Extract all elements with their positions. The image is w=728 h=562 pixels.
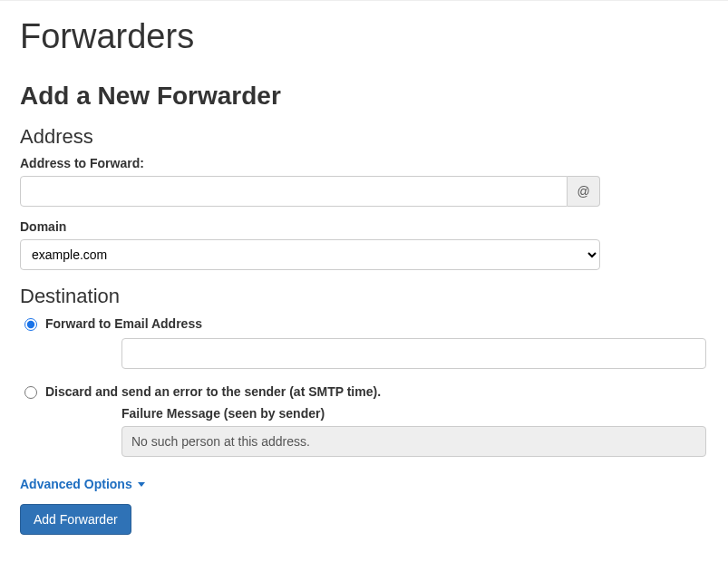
address-to-forward-label: Address to Forward: [20, 156, 708, 170]
discard-radio-label: Discard and send an error to the sender … [45, 384, 381, 399]
section-title: Add a New Forwarder [20, 82, 708, 111]
address-heading: Address [20, 125, 708, 149]
domain-label: Domain [20, 219, 708, 234]
forward-radio-label: Forward to Email Address [45, 316, 202, 331]
destination-heading: Destination [20, 285, 708, 308]
forward-radio[interactable] [24, 318, 37, 331]
failure-message-input [121, 426, 706, 457]
address-to-forward-input[interactable] [20, 176, 568, 207]
domain-select[interactable]: example.com [20, 239, 600, 270]
advanced-options-toggle[interactable]: Advanced Options [20, 477, 145, 491]
forward-option-row: Forward to Email Address [20, 315, 708, 331]
advanced-options-label: Advanced Options [20, 477, 132, 491]
at-symbol-addon: @ [568, 176, 600, 207]
address-input-group: @ [20, 176, 600, 207]
forward-email-input[interactable] [121, 338, 706, 369]
caret-down-icon [138, 482, 145, 487]
discard-radio[interactable] [24, 386, 37, 399]
failure-message-label: Failure Message (seen by sender) [121, 406, 706, 421]
add-forwarder-button[interactable]: Add Forwarder [20, 504, 131, 535]
discard-option-row: Discard and send an error to the sender … [20, 383, 708, 399]
page-title: Forwarders [20, 17, 708, 56]
